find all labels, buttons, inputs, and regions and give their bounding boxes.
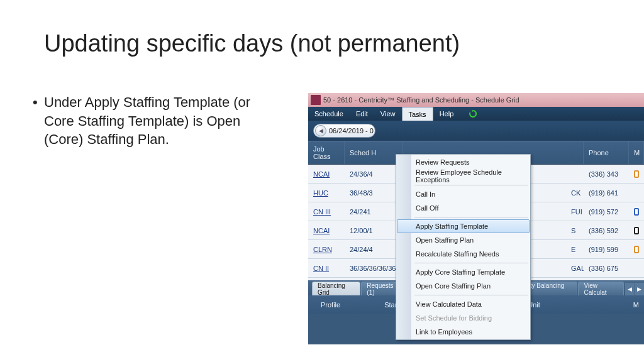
mi-review-exceptions[interactable]: Review Employee Schedule Exceptions: [397, 169, 530, 183]
mi-call-off[interactable]: Call Off: [397, 201, 530, 215]
menu-separator: [414, 217, 528, 217]
menu-separator: [414, 185, 528, 185]
slide-bullet: Under Apply Staffing Template (or Core S…: [44, 93, 283, 149]
refresh-icon: [469, 109, 477, 118]
menubar: Schedule Edit View Tasks Help: [308, 107, 644, 121]
cell-job-class[interactable]: NCAI: [308, 165, 345, 183]
mi-review-requests[interactable]: Review Requests: [397, 155, 530, 169]
refresh-button[interactable]: [460, 107, 484, 121]
window-title: 50 - 2610 - Centricity™ Staffing and Sch…: [323, 96, 519, 104]
cell-sched: 36/48/3: [345, 184, 402, 202]
cell-icon: [629, 240, 644, 258]
cell-job-class[interactable]: CN III: [308, 202, 345, 221]
row-status-icon: [634, 227, 639, 234]
col-last[interactable]: M: [629, 141, 644, 164]
col-job-class[interactable]: Job Class: [308, 141, 345, 164]
content-area: Review Requests Review Employee Schedule…: [308, 141, 644, 344]
cell-icon: [629, 184, 644, 202]
cell-sched: 24/36/4: [345, 165, 402, 183]
cell-job-class[interactable]: CLRN: [308, 240, 345, 258]
col-phone[interactable]: Phone: [584, 141, 629, 164]
cell-name-frag: FUI: [566, 202, 584, 221]
app-icon: [311, 95, 321, 105]
mi-apply-core-template[interactable]: Apply Core Staffing Template: [397, 265, 530, 279]
cell-phone: (919) 599: [584, 240, 629, 258]
cell-phone: (919) 641: [584, 184, 629, 202]
row-status-icon: [634, 246, 639, 253]
mi-set-schedule-bidding: Set Schedule for Bidding: [397, 311, 530, 325]
slide-title: Updating specific days (not permanent): [44, 30, 460, 57]
menu-help[interactable]: Help: [433, 107, 460, 121]
cell-icon: [629, 202, 644, 221]
tasks-dropdown: Review Requests Review Employee Schedule…: [396, 154, 531, 340]
date-range-picker[interactable]: ◀ 06/24/2019 - 0: [313, 124, 375, 138]
cell-name-frag: [566, 165, 584, 183]
cell-phone: (919) 572: [584, 202, 629, 221]
tab-scroll-right[interactable]: ▶: [635, 283, 644, 295]
mi-link-employees[interactable]: Link to Employees: [397, 325, 530, 339]
cell-icon: [629, 221, 644, 239]
tab-balancing-grid[interactable]: Balancing Grid: [312, 282, 360, 295]
menu-separator: [414, 295, 528, 295]
app-window: 50 - 2610 - Centricity™ Staffing and Sch…: [308, 93, 644, 344]
window-titlebar: 50 - 2610 - Centricity™ Staffing and Sch…: [308, 93, 644, 107]
cell-icon: [629, 259, 644, 277]
cell-job-class[interactable]: HUC: [308, 184, 345, 202]
mi-open-staffing-plan[interactable]: Open Staffing Plan: [397, 233, 530, 247]
mi-recalculate-needs[interactable]: Recalculate Staffing Needs: [397, 247, 530, 261]
tab-view-calculat[interactable]: View Calculat: [578, 282, 624, 295]
toolbar: ◀ 06/24/2019 - 0: [308, 121, 644, 141]
date-range-text: 06/24/2019 - 0: [329, 127, 374, 134]
bcol-profile[interactable]: Profile: [308, 301, 353, 309]
cell-name-frag: GALLAGHI: [566, 259, 584, 277]
cell-job-class[interactable]: NCAI: [308, 221, 345, 239]
cell-sched: 24/24/4: [345, 240, 402, 258]
cell-phone: (336) 343: [584, 165, 629, 183]
mi-apply-staffing-template[interactable]: Apply Staffing Template: [397, 219, 530, 233]
cell-name-frag: E: [566, 240, 584, 258]
cell-name-frag: CK: [566, 184, 584, 202]
cell-sched: 36/36/36/36/36/36/36/36BRIAN: [345, 259, 402, 277]
prev-arrow-icon[interactable]: ◀: [315, 125, 326, 136]
menu-view[interactable]: View: [374, 107, 402, 121]
cell-sched: 12/00/1: [345, 221, 402, 239]
mi-open-core-plan[interactable]: Open Core Staffing Plan: [397, 279, 530, 293]
mi-view-calculated[interactable]: View Calculated Data: [397, 297, 530, 311]
cell-job-class[interactable]: CN II: [308, 259, 345, 277]
tab-scroll-left[interactable]: ◀: [625, 283, 634, 295]
col-sched-h[interactable]: Sched H: [345, 141, 402, 164]
row-status-icon: [634, 170, 639, 178]
bcol-m[interactable]: M: [621, 301, 644, 309]
cell-icon: [629, 165, 644, 183]
mi-call-in[interactable]: Call In: [397, 187, 530, 201]
row-status-icon: [634, 208, 639, 216]
cell-phone: (336) 592: [584, 221, 629, 239]
cell-sched: 24/241: [345, 202, 402, 221]
menu-tasks[interactable]: Tasks: [402, 107, 433, 121]
cell-phone: (336) 675: [584, 259, 629, 277]
menu-separator: [414, 263, 528, 263]
cell-name-frag: S: [566, 221, 584, 239]
menu-schedule[interactable]: Schedule: [308, 107, 350, 121]
menu-edit[interactable]: Edit: [350, 107, 374, 121]
